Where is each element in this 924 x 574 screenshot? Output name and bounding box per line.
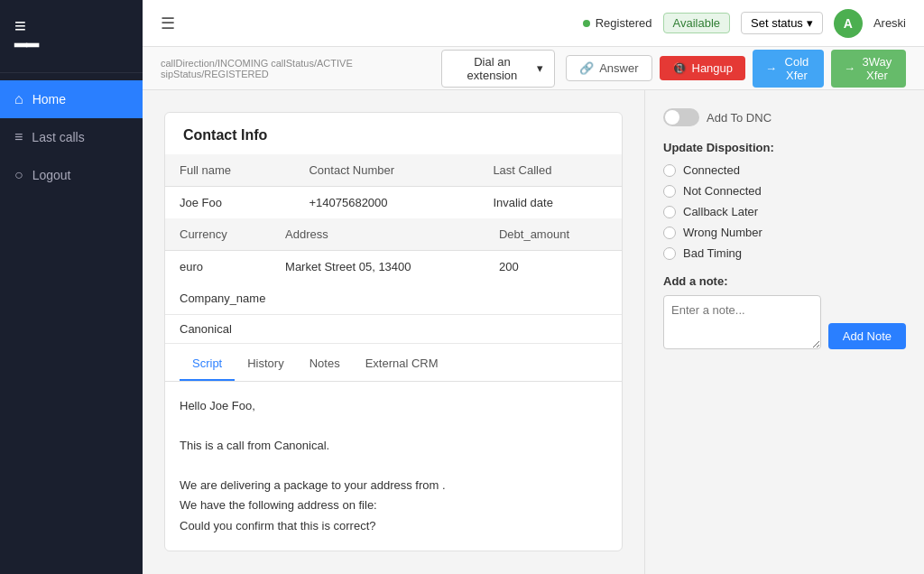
registered-label: Registered bbox=[596, 16, 652, 30]
table-row: Joe Foo +14075682000 Invalid date bbox=[165, 187, 622, 219]
user-name: Areski bbox=[873, 16, 906, 30]
call-actions: 🔗 Answer 📵 Hangup → Cold Xfer → 3Way Xfe… bbox=[566, 50, 906, 88]
set-status-label: Set status bbox=[751, 16, 803, 30]
disposition-wrong-number-label: Wrong Number bbox=[683, 226, 762, 239]
col-contact-number: Contact Number bbox=[294, 154, 478, 187]
address-value: Market Street 05, 13400 bbox=[271, 251, 485, 283]
tab-history[interactable]: History bbox=[235, 347, 296, 381]
set-status-button[interactable]: Set status ▾ bbox=[741, 12, 823, 34]
tab-script[interactable]: Script bbox=[180, 347, 235, 381]
chevron-down-icon: ▾ bbox=[807, 16, 813, 30]
dnc-toggle[interactable]: Add To DNC bbox=[663, 108, 906, 126]
script-line-5: We are delivering a package to your addr… bbox=[180, 476, 607, 495]
script-line-1: Hello Joe Foo, bbox=[180, 396, 607, 416]
three-way-xfer-label: 3Way Xfer bbox=[861, 55, 893, 82]
topbar-left: ☰ bbox=[161, 14, 175, 33]
col-debt-amount: Debt_amount bbox=[485, 218, 622, 251]
disposition-connected-label: Connected bbox=[683, 163, 740, 177]
col-currency: Currency bbox=[165, 218, 271, 251]
answer-button[interactable]: 🔗 Answer bbox=[566, 55, 651, 81]
topbar-right: Registered Available Set status ▾ A Ares… bbox=[583, 9, 906, 38]
green-dot-icon bbox=[583, 20, 590, 27]
cold-xfer-label: Cold Xfer bbox=[782, 55, 811, 82]
arrow-icon: → bbox=[765, 61, 777, 75]
note-area-wrap: Add Note bbox=[663, 295, 906, 349]
script-tab-content: Hello Joe Foo, This is a call from Canon… bbox=[165, 382, 622, 551]
three-way-icon: → bbox=[844, 61, 855, 75]
radio-not-connected[interactable] bbox=[663, 185, 676, 198]
disposition-connected[interactable]: Connected bbox=[663, 163, 906, 177]
content-area: Contact Info Full name Contact Number La… bbox=[143, 90, 924, 574]
radio-callback-later[interactable] bbox=[663, 206, 676, 218]
disposition-bad-timing-label: Bad Timing bbox=[683, 246, 742, 260]
disposition-callback-later[interactable]: Callback Later bbox=[663, 205, 906, 218]
add-note-button[interactable]: Add Note bbox=[828, 323, 906, 349]
disposition-options: Connected Not Connected Callback Later W… bbox=[663, 163, 906, 260]
main-area: ☰ Registered Available Set status ▾ A Ar… bbox=[143, 0, 924, 574]
sidebar: ≡━━ ⌂ Home ≡ Last calls ○ Logout bbox=[0, 0, 143, 574]
currency-value: euro bbox=[165, 251, 271, 283]
col-last-called: Last Called bbox=[478, 154, 622, 187]
note-textarea[interactable] bbox=[663, 295, 821, 349]
hangup-button[interactable]: 📵 Hangup bbox=[660, 56, 746, 80]
add-note-title: Add a note: bbox=[663, 274, 906, 288]
col-address: Address bbox=[271, 218, 485, 251]
radio-bad-timing[interactable] bbox=[663, 247, 676, 260]
cold-xfer-button[interactable]: → Cold Xfer bbox=[753, 50, 824, 88]
available-badge: Available bbox=[663, 13, 731, 33]
answer-label: Answer bbox=[599, 61, 638, 75]
logout-icon: ○ bbox=[14, 167, 23, 183]
hamburger-icon[interactable]: ☰ bbox=[161, 14, 175, 33]
topbar: ☰ Registered Available Set status ▾ A Ar… bbox=[143, 0, 924, 47]
sidebar-item-last-calls[interactable]: ≡ Last calls bbox=[0, 118, 143, 156]
disposition-not-connected[interactable]: Not Connected bbox=[663, 184, 906, 198]
chevron-down-icon: ▾ bbox=[537, 61, 543, 75]
sidebar-item-logout[interactable]: ○ Logout bbox=[0, 156, 143, 194]
sidebar-item-home-label: Home bbox=[32, 92, 66, 106]
contact-info-card: Contact Info Full name Contact Number La… bbox=[164, 112, 623, 551]
call-status-text: callDirection/INCOMING callStatus/ACTIVE… bbox=[161, 58, 430, 79]
col-full-name: Full name bbox=[165, 154, 294, 187]
contact-number-value: +14075682000 bbox=[294, 187, 478, 219]
disposition-title: Update Disposition: bbox=[663, 141, 906, 154]
full-name-value: Joe Foo bbox=[165, 187, 294, 219]
tab-notes[interactable]: Notes bbox=[297, 347, 353, 381]
script-line-7: Could you confirm that this is correct? bbox=[180, 516, 607, 536]
contact-tabs: Script History Notes External CRM bbox=[165, 347, 622, 382]
home-icon: ⌂ bbox=[14, 91, 23, 107]
last-called-value: Invalid date bbox=[478, 187, 622, 219]
radio-connected[interactable] bbox=[663, 164, 676, 177]
contact-info-title: Contact Info bbox=[165, 113, 622, 154]
sidebar-item-last-calls-label: Last calls bbox=[32, 130, 84, 144]
contact-table: Full name Contact Number Last Called Joe… bbox=[165, 154, 622, 218]
disposition-callback-later-label: Callback Later bbox=[683, 205, 758, 218]
disposition-not-connected-label: Not Connected bbox=[683, 184, 762, 198]
table-row: euro Market Street 05, 13400 200 bbox=[165, 251, 622, 283]
hangup-label: Hangup bbox=[692, 61, 734, 75]
disposition-wrong-number[interactable]: Wrong Number bbox=[663, 226, 906, 239]
link-icon: 🔗 bbox=[579, 61, 594, 75]
debt-amount-value: 200 bbox=[485, 251, 622, 283]
list-icon: ≡ bbox=[14, 129, 23, 145]
sidebar-nav: ⌂ Home ≡ Last calls ○ Logout bbox=[0, 73, 143, 574]
dnc-toggle-switch[interactable] bbox=[663, 108, 699, 126]
radio-wrong-number[interactable] bbox=[663, 227, 676, 239]
sidebar-item-home[interactable]: ⌂ Home bbox=[0, 80, 143, 118]
logo: ≡━━ bbox=[0, 0, 143, 73]
script-line-6: We have the following address on file: bbox=[180, 495, 607, 515]
script-line-3: This is a call from Canonical. bbox=[180, 436, 607, 456]
sidebar-item-logout-label: Logout bbox=[32, 168, 71, 182]
company-value: Canonical bbox=[165, 315, 622, 344]
right-panel: Add To DNC Update Disposition: Connected… bbox=[644, 90, 924, 574]
dnc-label: Add To DNC bbox=[707, 111, 772, 125]
disposition-bad-timing[interactable]: Bad Timing bbox=[663, 246, 906, 260]
logo-icon: ≡━━ bbox=[14, 16, 128, 56]
avatar: A bbox=[834, 9, 863, 38]
note-row: Add Note bbox=[663, 295, 906, 349]
tab-external-crm[interactable]: External CRM bbox=[353, 347, 451, 381]
contact-panel: Contact Info Full name Contact Number La… bbox=[143, 90, 644, 574]
three-way-xfer-button[interactable]: → 3Way Xfer bbox=[831, 50, 906, 88]
contact-table-2: Currency Address Debt_amount euro Market… bbox=[165, 218, 622, 282]
company-label: Company_name bbox=[165, 282, 622, 315]
dial-extension-button[interactable]: Dial an extension ▾ bbox=[441, 50, 555, 88]
